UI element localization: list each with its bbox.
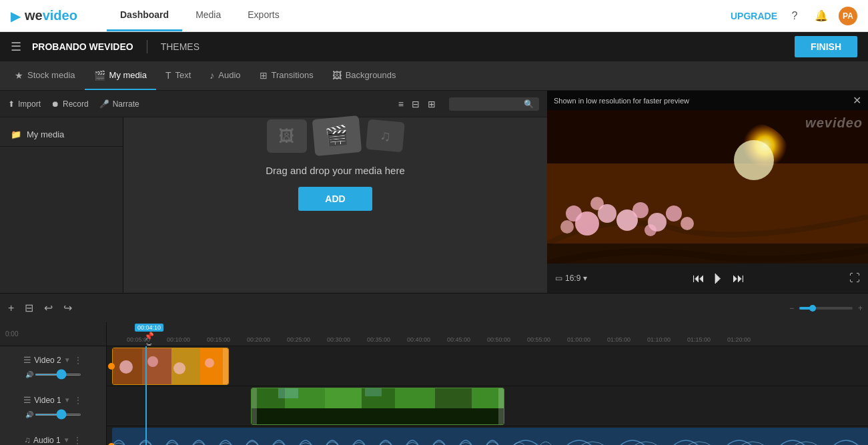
track-headers: 0:00 ☰ Video 2 ▼ ⋮ 🔊 ☰ Video 1 [0,322,107,445]
search-input[interactable] [454,99,521,109]
track1-menu[interactable]: ⋮ [73,395,83,406]
import-button[interactable]: ⬆ Import [8,99,41,109]
tab-backgrounds[interactable]: 🖼 Backgrounds [323,61,406,90]
playhead-time-display: 00:04:10 [135,324,163,332]
track2-arrow[interactable]: ▼ [64,356,71,364]
audio1-track-content[interactable] [107,426,868,445]
svg-point-13 [560,220,574,234]
audio1-menu[interactable]: ⋮ [73,435,82,446]
tab-text[interactable]: T Text [156,61,200,90]
zoom-minus-icon: − [789,304,794,313]
redo-button[interactable]: ↪ [61,299,75,317]
help-icon[interactable]: ? [785,7,804,25]
video1-name: Video 1 [34,396,61,405]
zoom-track[interactable] [799,307,853,310]
avatar[interactable]: PA [839,7,857,25]
svg-rect-34 [278,388,298,398]
filter-grid-btn[interactable]: ⊞ [425,97,438,111]
drop-text: Drag and drop your media here [266,165,404,176]
tab-audio[interactable]: ♪ Audio [200,61,250,90]
video2-clip[interactable] [112,348,229,385]
left-panel: ⬆ Import ⏺ Record 🎤 Narrate ≡ ⊟ ⊞ 🔍 [0,91,547,293]
ruler-inner: 00:05:00 00:10:00 00:15:00 00:20:00 00:2… [107,322,868,346]
zoom-thumb [809,305,816,312]
left-main-panel: 📁 My media 🖼 🎬 ♫ Drag and drop your medi… [0,117,547,293]
time-zero: 0:00 [5,330,18,338]
video2-volume-slider[interactable] [35,374,81,376]
narrate-button[interactable]: 🎤 Narrate [99,99,139,109]
svg-rect-35 [365,388,382,396]
volume-icon: 🔊 [25,371,33,378]
audio-clip[interactable] [112,428,868,445]
audio1-track-header: ♫ Audio 1 ▼ ⋮ 🔊 [0,426,107,445]
video1-track-content[interactable] [107,386,868,426]
drop-icons: 🖼 🎬 ♫ [267,117,404,154]
scissors-icon: ✂ [146,341,152,346]
themes-button[interactable]: THEMES [161,41,199,52]
backgrounds-icon: 🖼 [332,70,342,81]
wevideo-logo-text: wevideo [25,8,77,23]
preview-container: wevideo [547,110,868,264]
screen-icon: ▭ [555,274,562,283]
video1-clip[interactable] [251,388,504,425]
fullscreen-button[interactable]: ⛶ [849,272,860,284]
tab-transitions[interactable]: ⊞ Transitions [250,61,323,90]
add-button[interactable]: ADD [298,187,372,211]
svg-point-14 [644,224,657,236]
aspect-ratio-selector[interactable]: ▭ 16:9 ▾ [555,274,587,283]
nav-tab-dashboard[interactable]: Dashboard [107,0,182,31]
filter-sort-btn[interactable]: ⊟ [409,97,422,111]
video2-track-header: ☰ Video 2 ▼ ⋮ 🔊 [0,346,107,386]
nav-right: UPGRADE ? 🔔 PA [731,7,868,25]
audio1-orange-dot [108,443,115,446]
filter-buttons: ≡ ⊟ ⊞ [396,97,438,111]
undo-button[interactable]: ↩ [41,299,55,317]
tab-my-media[interactable]: 🎬 My media [85,61,156,90]
ruler-mark-40: 00:40:00 [407,336,430,343]
preview-notice-text: Shown in low resolution for faster previ… [554,97,689,105]
record-icon: ⏺ [51,99,59,109]
microphone-icon: 🎤 [99,99,109,109]
playback-controls: ⏮ ⏵ ⏭ [693,270,745,287]
close-preview-button[interactable]: ✕ [853,94,861,107]
video-track-icon: ☰ [23,355,31,365]
ruler-mark-15: 00:15:00 [207,336,230,343]
music-drop-icon: ♫ [366,119,405,153]
hamburger-menu[interactable]: ☰ [11,39,21,54]
skip-back-button[interactable]: ⏮ [693,272,705,286]
track2-menu[interactable]: ⋮ [73,355,83,366]
svg-point-11 [666,205,682,221]
play-button[interactable]: ⏵ [711,270,726,287]
upgrade-button[interactable]: UPGRADE [731,11,777,21]
svg-point-8 [632,202,648,218]
nav-tab-exports[interactable]: Exports [234,0,292,31]
playhead-ruler-marker: 00:04:10 📌 ✂ [135,322,163,346]
video1-volume-slider[interactable] [35,414,81,416]
ruler-mark-65: 01:05:00 [607,336,630,343]
wevideo-logo-icon: ▶ [11,8,21,24]
my-media-folder[interactable]: 📁 My media [0,123,123,147]
track1-arrow[interactable]: ▼ [64,396,71,404]
bell-icon[interactable]: 🔔 [812,7,831,25]
audio1-arrow[interactable]: ▼ [63,436,70,444]
video1-track-icon: ☰ [23,395,31,405]
video-drop-icon: 🎬 [312,115,362,156]
video2-track-content[interactable] [107,346,868,386]
volume1-icon: 🔊 [25,411,33,418]
svg-rect-31 [395,388,435,408]
zoom-plus-icon: + [858,304,863,313]
record-button[interactable]: ⏺ Record [51,99,89,109]
ruler-mark-10: 00:10:00 [167,336,190,343]
clip-resize-right[interactable] [223,348,228,384]
skip-forward-button[interactable]: ⏭ [733,272,745,286]
finish-button[interactable]: FINISH [795,36,857,57]
filter-list-btn[interactable]: ≡ [396,97,406,111]
nav-tab-media[interactable]: Media [182,0,234,31]
project-title: PROBANDO WEVIDEO [32,41,133,52]
add-track-button[interactable]: + [5,300,17,317]
clip-resize-left[interactable] [252,388,257,424]
clip1-resize-right[interactable] [498,388,504,424]
track2-bottom-row: 🔊 [25,370,81,378]
tab-stock-media[interactable]: ★ Stock media [5,61,85,90]
layer-button[interactable]: ⊟ [22,299,36,317]
